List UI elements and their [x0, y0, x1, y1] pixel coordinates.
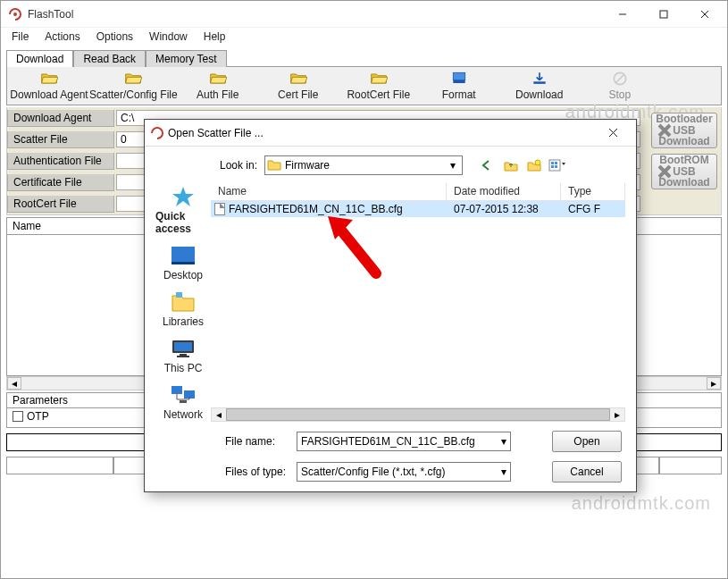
scroll-right-icon[interactable]: ▸ — [610, 408, 624, 421]
file-list-header: Name Date modified Type — [211, 183, 625, 201]
svg-rect-25 — [172, 386, 182, 394]
scroll-left-icon[interactable]: ◂ — [212, 408, 226, 421]
dialog-close-button[interactable] — [595, 121, 631, 146]
new-folder-button[interactable] — [525, 156, 543, 174]
svg-rect-19 — [172, 262, 195, 264]
filename-input[interactable]: FARSIGHTED61M_CN_11C_BB.cfg▾ — [297, 432, 511, 451]
svg-rect-22 — [174, 342, 192, 351]
svg-point-12 — [535, 160, 540, 165]
open-button[interactable]: Open — [552, 431, 622, 452]
svg-rect-20 — [176, 292, 182, 298]
sidebar-desktop[interactable]: Desktop — [163, 244, 203, 281]
col-name[interactable]: Name — [211, 183, 447, 200]
svg-rect-23 — [180, 354, 187, 356]
svg-rect-16 — [551, 165, 554, 168]
modal-overlay: Open Scatter File ... Look in: Firmware … — [1, 1, 727, 578]
dialog-sidebar: Quick access Desktop Libraries This PC — [155, 183, 211, 422]
cancel-button[interactable]: Cancel — [552, 461, 622, 482]
up-one-level-button[interactable] — [502, 156, 520, 174]
lookin-combo[interactable]: Firmware ▾ — [264, 155, 463, 175]
file-list-scrollbar[interactable]: ◂ ▸ — [211, 407, 625, 422]
lookin-value: Firmware — [285, 159, 330, 172]
open-file-dialog: Open Scatter File ... Look in: Firmware … — [144, 119, 637, 492]
filetype-select[interactable]: Scatter/Config File (*.txt, *.cfg)▾ — [297, 462, 511, 482]
sidebar-this-pc[interactable]: This PC — [164, 337, 203, 374]
quick-access-icon — [169, 185, 197, 208]
svg-rect-15 — [555, 162, 557, 164]
desktop-icon — [169, 244, 197, 267]
folder-icon — [267, 158, 281, 172]
chevron-down-icon: ▾ — [501, 435, 506, 448]
svg-rect-27 — [180, 400, 187, 403]
network-icon — [169, 383, 197, 407]
col-type[interactable]: Type — [561, 183, 625, 200]
file-list: FARSIGHTED61M_CN_11C_BB.cfg 07-07-2015 1… — [211, 201, 625, 407]
chevron-down-icon: ▾ — [501, 466, 506, 478]
tab-download[interactable]: Download — [6, 50, 73, 67]
file-icon — [214, 203, 225, 215]
filename-label: File name: — [225, 435, 289, 448]
dialog-title: Open Scatter File ... — [164, 127, 595, 139]
sidebar-network[interactable]: Network — [163, 383, 203, 421]
filetype-label: Files of type: — [225, 466, 289, 478]
view-menu-button[interactable] — [548, 156, 566, 174]
chevron-down-icon: ▾ — [446, 159, 460, 172]
app-icon — [150, 126, 164, 140]
svg-rect-18 — [172, 247, 195, 262]
lookin-label: Look in: — [213, 159, 257, 172]
libraries-icon — [169, 290, 197, 314]
sidebar-libraries[interactable]: Libraries — [163, 290, 204, 328]
svg-rect-24 — [177, 356, 189, 357]
this-pc-icon — [169, 337, 197, 360]
sidebar-quick-access[interactable]: Quick access — [155, 185, 211, 235]
file-row[interactable]: FARSIGHTED61M_CN_11C_BB.cfg 07-07-2015 1… — [211, 201, 625, 217]
back-button[interactable] — [479, 156, 497, 174]
svg-rect-17 — [555, 165, 557, 168]
svg-rect-14 — [551, 162, 554, 164]
col-date[interactable]: Date modified — [447, 183, 561, 200]
